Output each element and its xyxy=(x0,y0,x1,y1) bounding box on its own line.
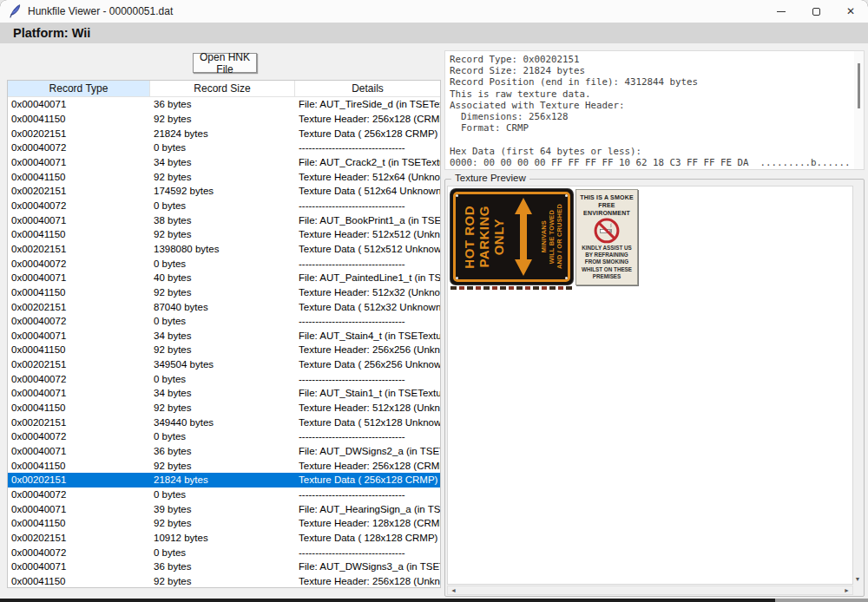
table-row[interactable]: 0x00040071 34 bytes File: AUT_Stain4_t (… xyxy=(8,329,440,344)
record-size-cell: 34 bytes xyxy=(150,330,295,341)
maximize-button[interactable] xyxy=(799,0,833,23)
table-row[interactable]: 0x00041150 92 bytes Texture Header: 512x… xyxy=(8,285,440,300)
close-icon: ✕ xyxy=(846,6,855,16)
record-size-cell: 87040 bytes xyxy=(150,302,295,312)
record-type-cell: 0x00202151 xyxy=(8,417,150,428)
table-row[interactable]: 0x00040071 34 bytes File: AUT_Crack2_t (… xyxy=(8,155,440,170)
table-row[interactable]: 0x00202151 21824 bytes Texture Data ( 25… xyxy=(8,473,440,487)
close-button[interactable]: ✕ xyxy=(833,0,868,23)
table-row[interactable]: 0x00040072 0 bytes ---------------------… xyxy=(8,429,440,444)
table-row[interactable]: 0x00202151 1398080 bytes Texture Data ( … xyxy=(8,242,440,257)
record-type-cell: 0x00040072 xyxy=(8,431,150,442)
record-type-cell: 0x00040072 xyxy=(8,316,150,326)
detail-vertical-scrollbar[interactable] xyxy=(854,51,864,169)
record-type-cell: 0x00202151 xyxy=(8,474,150,485)
scroll-right-icon[interactable]: ► xyxy=(841,587,852,593)
table-row[interactable]: 0x00040071 36 bytes File: AUT_TireSide_d… xyxy=(8,97,440,112)
table-row[interactable]: 0x00202151 174592 bytes Texture Data ( 5… xyxy=(8,184,440,199)
details-cell: Texture Data ( 256x128 CRMP) xyxy=(295,128,440,139)
table-row[interactable]: 0x00202151 10912 bytes Texture Data ( 12… xyxy=(8,531,440,546)
record-size-cell: 21824 bytes xyxy=(150,128,295,139)
table-row[interactable]: 0x00202151 87040 bytes Texture Data ( 51… xyxy=(8,299,440,314)
record-type-cell: 0x00041150 xyxy=(8,172,150,182)
table-row[interactable]: 0x00041150 92 bytes Texture Header: 256x… xyxy=(8,112,440,127)
details-cell: File: AUT_Stain4_t (in TSETexture) xyxy=(295,330,440,341)
table-row[interactable]: 0x00041150 92 bytes Texture Header: 512x… xyxy=(8,169,440,184)
texture-sign-hotrod: HOT ROD PARKING ONLY MINIVANS WILL BE TO… xyxy=(450,189,573,285)
preview-horizontal-scrollbar[interactable]: ◄ ► xyxy=(447,586,853,595)
record-size-cell: 10912 bytes xyxy=(150,533,295,543)
hotrod-line3: ONLY xyxy=(491,219,506,255)
table-row[interactable]: 0x00202151 21824 bytes Texture Data ( 25… xyxy=(8,126,440,141)
app-window: Hunkfile Viewer - 00000051.dat ✕ Platfor… xyxy=(0,0,868,602)
table-row[interactable]: 0x00202151 349440 bytes Texture Data ( 5… xyxy=(8,415,440,429)
hotrod-small3: AND / OR CRUSHED xyxy=(556,204,563,269)
table-row[interactable]: 0x00040072 0 bytes ---------------------… xyxy=(8,256,440,271)
record-type-cell: 0x00040072 xyxy=(8,258,150,269)
details-cell: Texture Header: 256x128 (CRMP) xyxy=(295,114,440,124)
details-cell: File: AUT_Stain1_t (in TSETexture) xyxy=(295,388,440,398)
table-row[interactable]: 0x00040071 39 bytes File: AUT_HearingSig… xyxy=(8,501,440,516)
table-row[interactable]: 0x00041150 92 bytes Texture Header: 512x… xyxy=(8,227,440,242)
table-row[interactable]: 0x00040071 40 bytes File: AUT_PaintedLin… xyxy=(8,271,440,285)
texture-preview-label: Texture Preview xyxy=(451,173,529,183)
details-cell: File: AUT_DWSigns3_a (in TSETexture xyxy=(295,561,440,572)
details-cell: Texture Header: 256x128 (CRMP) xyxy=(295,461,440,471)
table-row[interactable]: 0x00040072 0 bytes ---------------------… xyxy=(8,314,440,329)
hotrod-frame: HOT ROD PARKING ONLY MINIVANS WILL BE TO… xyxy=(453,192,570,282)
table-row[interactable]: 0x00041150 92 bytes Texture Header: 512x… xyxy=(8,401,440,416)
scroll-down-icon[interactable]: ▼ xyxy=(853,574,862,584)
details-cell: -------------------------------- xyxy=(295,374,440,384)
texture-preview-canvas[interactable]: HOT ROD PARKING ONLY MINIVANS WILL BE TO… xyxy=(447,186,853,585)
record-size-cell: 34 bytes xyxy=(150,157,295,167)
table-row[interactable]: 0x00040072 0 bytes ---------------------… xyxy=(8,371,440,386)
hotrod-line1: HOT ROD xyxy=(462,206,477,269)
record-type-cell: 0x00040071 xyxy=(8,272,150,283)
open-hnk-file-button[interactable]: Open HNK File xyxy=(193,53,257,73)
table-row[interactable]: 0x00040071 36 bytes File: AUT_DWSigns3_a… xyxy=(8,559,440,574)
table-row[interactable]: 0x00041150 92 bytes Texture Header: 256x… xyxy=(8,458,440,473)
record-type-cell: 0x00040072 xyxy=(8,489,150,500)
column-header-record-type[interactable]: Record Type xyxy=(8,81,150,96)
details-cell: Texture Data ( 128x128 CRMP) xyxy=(295,533,440,543)
screw-dot xyxy=(456,194,458,197)
record-size-cell: 92 bytes xyxy=(150,344,295,355)
details-cell: Texture Data ( 512x128 Unknown (bu xyxy=(295,417,440,428)
minimize-button[interactable] xyxy=(764,0,799,23)
texture-preview-group: Texture Preview HOT ROD PARKING ONLY xyxy=(444,179,865,597)
preview-vertical-scrollbar[interactable]: ▼ xyxy=(854,186,863,585)
details-cell: -------------------------------- xyxy=(295,200,440,211)
column-header-details[interactable]: Details xyxy=(295,81,440,96)
table-row[interactable]: 0x00040071 38 bytes File: AUT_BookPrint1… xyxy=(8,213,440,227)
record-size-cell: 36 bytes xyxy=(150,99,295,109)
table-row[interactable]: 0x00041150 92 bytes Texture Header: 256x… xyxy=(8,343,440,357)
detail-scrollbar-thumb[interactable] xyxy=(858,63,860,108)
record-type-cell: 0x00040071 xyxy=(8,330,150,341)
details-cell: Texture Header: 256x128 (Unknown ( xyxy=(295,576,440,586)
record-size-cell: 349440 bytes xyxy=(150,417,295,428)
texture-sign-smokefree: THIS IS A SMOKE FREE ENVIRONMENT KINDLY … xyxy=(575,189,638,285)
table-row[interactable]: 0x00041150 92 bytes Texture Header: 128x… xyxy=(8,516,440,531)
table-row[interactable]: 0x00040072 0 bytes ---------------------… xyxy=(8,199,440,213)
table-row[interactable]: 0x00040071 34 bytes File: AUT_Stain1_t (… xyxy=(8,386,440,401)
table-row[interactable]: 0x00040071 36 bytes File: AUT_DWSigns2_a… xyxy=(8,444,440,459)
table-row[interactable]: 0x00040072 0 bytes ---------------------… xyxy=(8,141,440,155)
texture-artifact-strip xyxy=(450,286,573,290)
record-type-cell: 0x00040071 xyxy=(8,388,150,398)
record-size-cell: 0 bytes xyxy=(150,316,295,326)
record-detail-text[interactable]: Record Type: 0x00202151 Record Size: 218… xyxy=(445,51,854,169)
details-cell: File: AUT_PaintedLine1_t (in TSETextu xyxy=(295,272,440,283)
record-size-cell: 0 bytes xyxy=(150,374,295,384)
record-table: Record Type Record Size Details 0x000400… xyxy=(7,80,441,588)
record-type-cell: 0x00040072 xyxy=(8,374,150,384)
table-row[interactable]: 0x00202151 349504 bytes Texture Data ( 2… xyxy=(8,357,440,372)
details-cell: Texture Header: 512x512 (Unknown ( xyxy=(295,229,440,239)
table-row[interactable]: 0x00041150 92 bytes Texture Header: 256x… xyxy=(8,574,440,588)
screw-dot xyxy=(565,277,568,279)
table-row[interactable]: 0x00040072 0 bytes ---------------------… xyxy=(8,545,440,559)
record-type-cell: 0x00040071 xyxy=(8,99,150,109)
table-row[interactable]: 0x00040072 0 bytes ---------------------… xyxy=(8,487,440,502)
column-header-record-size[interactable]: Record Size xyxy=(150,81,295,96)
scroll-left-icon[interactable]: ◄ xyxy=(448,587,459,593)
record-type-cell: 0x00202151 xyxy=(8,186,150,196)
